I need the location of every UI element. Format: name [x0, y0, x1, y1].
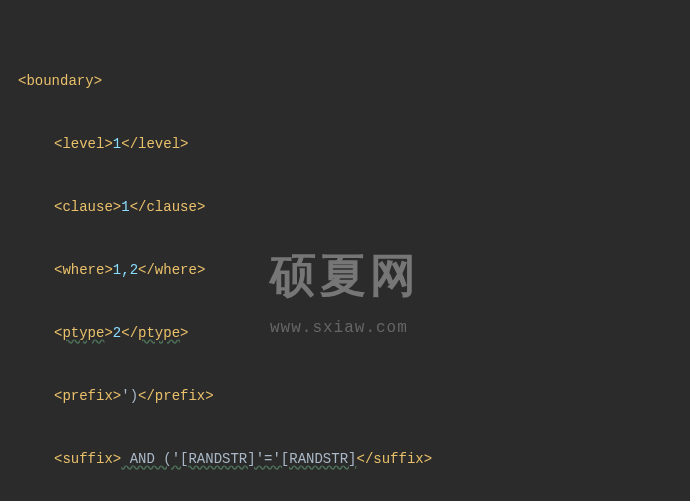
code-line: <prefix>')</prefix>: [18, 386, 690, 407]
code-line: <where>1,2</where>: [18, 260, 690, 281]
code-line: <suffix> AND ('[RANDSTR]'='[RANDSTR]</su…: [18, 449, 690, 470]
code-line: <level>1</level>: [18, 134, 690, 155]
code-line: <ptype>2</ptype>: [18, 323, 690, 344]
code-line: <boundary>: [18, 71, 690, 92]
code-line: <clause>1</clause>: [18, 197, 690, 218]
xml-code-block: <boundary> <level>1</level> <clause>1</c…: [18, 8, 690, 501]
